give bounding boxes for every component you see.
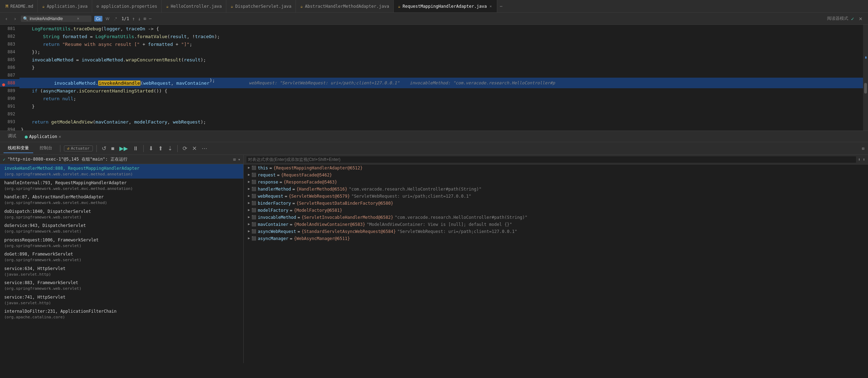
search-nav-forward[interactable]: › — [12, 15, 18, 22]
var-expand-handlerMethod[interactable]: ▶ — [248, 187, 250, 191]
debug-pause-btn[interactable]: ⏸ — [131, 145, 140, 152]
tab-close-request-mapping[interactable]: ✕ — [489, 4, 493, 9]
actuator-icon: ↺ — [67, 146, 70, 151]
thread-dropdown-icon[interactable]: ▾ — [238, 157, 240, 162]
var-icon-modelFactory: ⬛ — [251, 208, 256, 212]
frame-item-2[interactable]: handle:87, AbstractHandlerMethodAdapter … — [0, 193, 243, 207]
tab-overflow-menu[interactable]: ⋯ — [497, 4, 505, 9]
scrollbar-thumb[interactable] — [864, 83, 867, 94]
var-expand-asyncManager[interactable]: ▶ — [248, 236, 250, 240]
frame-file-6: (org.springframework.web.servlet) — [4, 257, 240, 263]
search-bar: ‹ › 🔍 ✕ Cc W .* 1/1 ↑ ↓ ⊞ ⋯ 阅读器模式 ✓ ✕ — [0, 13, 868, 25]
tab-app-properties[interactable]: ⚙ application.properties — [92, 0, 162, 13]
var-eq-response: = — [280, 180, 282, 185]
reader-mode-btn[interactable]: 阅读器模式 — [827, 16, 848, 22]
search-more-icon[interactable]: ⋯ — [149, 16, 151, 21]
tab-readme[interactable]: M README.md — [1, 0, 38, 13]
toolbar-separator-1 — [60, 145, 60, 152]
panel-layout-btn[interactable]: ⊞ — [862, 146, 864, 151]
debug-tab-console[interactable]: 控制台 — [35, 144, 57, 153]
var-add-watch-btn2[interactable]: ⬆ — [863, 157, 865, 162]
search-prev-btn[interactable]: ↑ — [132, 16, 135, 22]
var-item-response[interactable]: ▶ ⬛ response = {ResponseFacade@5463} — [244, 179, 868, 186]
panel-tab-application[interactable]: ● Application ✕ — [21, 132, 65, 141]
actuator-label: Actuator — [71, 146, 90, 151]
var-name-handlerMethod: handlerMethod — [258, 187, 291, 192]
tab-abstract-handler[interactable]: ☕ AbstractHandlerMethodAdapter.java — [296, 0, 394, 13]
frame-item-4[interactable]: doService:943, DispatcherServlet (org.sp… — [0, 221, 243, 236]
var-search-input[interactable] — [246, 156, 856, 163]
tab-application-java-label: Application.java — [47, 4, 88, 9]
debug-toolbar: 线程和变量 控制台 ↺ Actuator ↺ ■ ▶▶ ⏸ ⬇ ⬆ ⇣ ⟳ ✕ … — [0, 142, 868, 155]
search-clear-icon[interactable]: ✕ — [77, 16, 79, 21]
tab-request-mapping[interactable]: ☕ RequestMappingHandlerAdapter.java ✕ — [394, 0, 497, 13]
var-item-invocableMethod[interactable]: ▶ ⬛ invocableMethod = {ServletInvocableH… — [244, 214, 868, 221]
var-expand-asyncWebRequest[interactable]: ▶ — [248, 229, 250, 233]
debug-main-content: ✓ "http-nio-8080-exec-1"@5,145 在组"main":… — [0, 155, 868, 363]
regex-btn[interactable]: .* — [113, 16, 119, 22]
var-item-mavContainer[interactable]: ▶ ⬛ mavContainer = {ModelAndViewContaine… — [244, 221, 868, 228]
search-filter-icon[interactable]: ⊞ — [144, 16, 146, 21]
whole-word-btn[interactable]: W — [104, 16, 111, 22]
debug-step-out-btn[interactable]: ⬆ — [157, 144, 164, 152]
var-expand-webRequest[interactable]: ▶ — [248, 194, 250, 198]
tab-hello-controller[interactable]: ☕ HelloController.java — [162, 0, 226, 13]
debug-tab-threads[interactable]: 线程和变量 — [4, 144, 33, 153]
search-options: Cc W .* — [94, 16, 119, 22]
var-item-this[interactable]: ▶ ⬛ this = {RequestMappingHandlerAdapter… — [244, 164, 868, 172]
debug-step-into-btn[interactable]: ⬇ — [147, 144, 155, 152]
tab-dispatcher-servlet[interactable]: ☕ DispatcherServlet.java — [226, 0, 296, 13]
frame-item-6[interactable]: doGet:898, FrameworkServlet (org.springf… — [0, 250, 243, 264]
search-input[interactable] — [30, 16, 76, 21]
var-item-request[interactable]: ▶ ⬛ request = {RequestFacade@5462} — [244, 172, 868, 179]
var-expand-modelFactory[interactable]: ▶ — [248, 208, 250, 212]
debug-resume-btn[interactable]: ▶▶ — [118, 144, 129, 152]
frame-item-10[interactable]: internalDoFilter:231, ApplicationFilterC… — [0, 307, 243, 322]
debug-reset-btn[interactable]: ⟳ — [181, 144, 189, 152]
frame-file-8: (org.springframework.web.servlet) — [4, 286, 240, 292]
debug-stop-btn[interactable]: ■ — [110, 145, 116, 152]
debug-more-btn[interactable]: ⋯ — [200, 144, 209, 152]
frame-item-8[interactable]: service:883, FrameworkServlet (org.sprin… — [0, 278, 243, 293]
var-expand-request[interactable]: ▶ — [248, 173, 250, 176]
var-value-response: {ResponseFacade@5463} — [284, 180, 337, 185]
debug-step-over-btn[interactable]: ⇣ — [166, 144, 174, 152]
panel-tab-debug[interactable]: 调试 — [4, 132, 20, 141]
frame-item-3[interactable]: doDispatch:1040, DispatcherServlet (org.… — [0, 207, 243, 222]
frame-item-5[interactable]: processRequest:1006, FrameworkServlet (o… — [0, 236, 243, 250]
var-expand-this[interactable]: ▶ — [248, 166, 250, 169]
var-expand-response[interactable]: ▶ — [248, 180, 250, 184]
var-expand-mavContainer[interactable]: ▶ — [248, 222, 250, 226]
frame-item-1[interactable]: handleInternal:793, RequestMappingHandle… — [0, 179, 243, 193]
search-next-btn[interactable]: ↓ — [138, 16, 141, 22]
tab-application-java[interactable]: ☕ Application.java — [38, 0, 92, 13]
editor-scrollbar[interactable] — [863, 25, 868, 131]
var-expand-binderFactory[interactable]: ▶ — [248, 201, 250, 205]
frame-item-9[interactable]: service:741, HttpServlet (javax.servlet.… — [0, 293, 243, 307]
var-add-watch-btn[interactable]: ⬇ — [858, 157, 861, 162]
frame-item-7[interactable]: service:634, HttpServlet (javax.servlet.… — [0, 264, 243, 279]
search-nav-back[interactable]: ‹ — [4, 15, 9, 22]
tab-dispatcher-servlet-label: DispatcherServlet.java — [235, 4, 291, 9]
var-item-asyncWebRequest[interactable]: ▶ ⬛ asyncWebRequest = {StandardServletAs… — [244, 228, 868, 235]
var-expand-invocableMethod[interactable]: ▶ — [248, 215, 250, 219]
frame-method-6: doGet:898, FrameworkServlet — [4, 252, 73, 257]
var-icon-handlerMethod: ⬛ — [251, 187, 256, 191]
debug-restart-btn[interactable]: ↺ — [100, 144, 108, 152]
var-item-handlerMethod[interactable]: ▶ ⬛ handlerMethod = {HandlerMethod@6516}… — [244, 186, 868, 193]
frame-method-9: service:741, HttpServlet — [4, 295, 65, 300]
panel-app-close[interactable]: ✕ — [59, 134, 61, 139]
var-item-asyncManager[interactable]: ▶ ⬛ asyncManager = {WebAsyncManager@6511… — [244, 235, 868, 242]
thread-filter-icon[interactable]: ⊞ — [233, 157, 236, 162]
frame-item-0[interactable]: invokeHandlerMethod:888, RequestMappingH… — [0, 164, 243, 179]
var-item-modelFactory[interactable]: ▶ ⬛ modelFactory = {ModelFactory@6581} — [244, 207, 868, 214]
var-item-binderFactory[interactable]: ▶ ⬛ binderFactory = {ServletRequestDataB… — [244, 200, 868, 207]
line-content-883: return "Resume with async result [" + fo… — [19, 42, 868, 47]
var-item-webRequest[interactable]: ▶ ⬛ webRequest = {ServletWebRequest@6579… — [244, 193, 868, 200]
var-eq-asyncManager: = — [290, 236, 292, 241]
var-name-binderFactory: binderFactory — [258, 201, 291, 206]
case-sensitive-btn[interactable]: Cc — [94, 16, 102, 22]
search-close-btn[interactable]: ✕ — [857, 14, 864, 23]
actuator-btn[interactable]: ↺ Actuator — [64, 145, 93, 151]
debug-mute-btn[interactable]: ✕ — [191, 144, 198, 152]
